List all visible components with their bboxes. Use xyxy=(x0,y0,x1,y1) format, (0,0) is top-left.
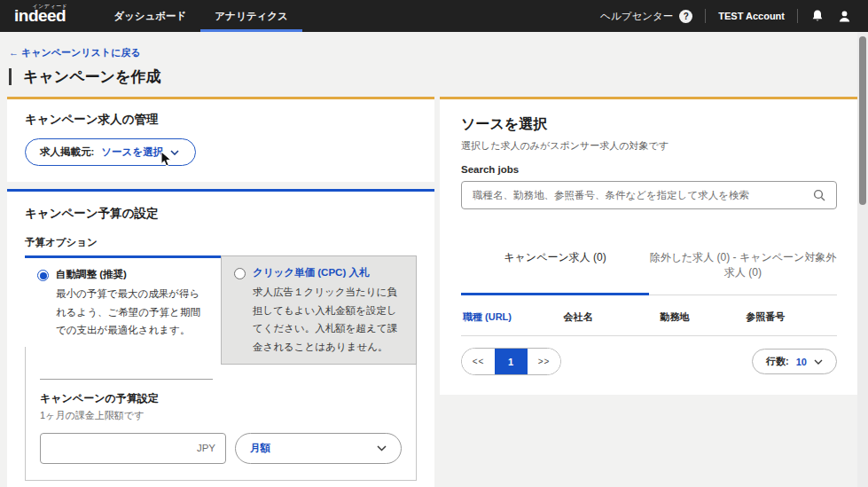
navbar-right: ヘルプセンター ? TEST Account xyxy=(600,0,852,32)
auto-option-title: 自動調整 (推奨) xyxy=(56,268,208,281)
job-search-field xyxy=(461,181,837,209)
chevron-down-icon xyxy=(814,359,823,365)
job-search-input[interactable] xyxy=(473,190,813,200)
page-content: ← キャンペーンリストに戻る キャンペーンを作成 キャンペーン求人の管理 求人掲… xyxy=(0,32,868,487)
table-footer: << 1 >> 行数: 10 xyxy=(461,348,837,375)
tab-excluded-jobs[interactable]: 除外した求人 (0) - キャンペーン対象外求人 (0) xyxy=(649,250,837,295)
pagination-control: << 1 >> xyxy=(461,348,561,375)
column-header-reference: 参照番号 xyxy=(746,310,835,324)
pagination-next-button[interactable]: >> xyxy=(528,349,560,374)
account-menu[interactable]: TEST Account xyxy=(718,11,785,21)
nav-tab-label: アナリティクス xyxy=(215,10,287,23)
campaign-jobs-management-card: キャンペーン求人の管理 求人掲載元: ソースを選択 xyxy=(7,97,434,182)
campaign-budget-card: キャンペーン予算の設定 予算オプション 自動調整 (推奨) 最小の予算で最大の成… xyxy=(7,189,434,487)
back-link-label: キャンペーンリストに戻る xyxy=(21,47,141,58)
tab-label: キャンペーン求人 (0) xyxy=(504,251,606,263)
pagination-current-page[interactable]: 1 xyxy=(495,349,528,374)
budget-setting-desc: 1ヶ月の課金上限額です xyxy=(40,409,402,422)
help-question-icon: ? xyxy=(679,10,692,23)
top-navbar: インディード indeed ダッシュボード アナリティクス ヘルプセンター ? … xyxy=(0,0,868,32)
manage-card-title: キャンペーン求人の管理 xyxy=(25,112,417,128)
nav-tab-label: ダッシュボード xyxy=(113,10,186,23)
source-card-title: ソースを選択 xyxy=(461,115,837,134)
source-select-card: ソースを選択 選択した求人のみがスポンサー求人の対象です Search jobs… xyxy=(440,97,858,395)
help-center-label: ヘルプセンター xyxy=(600,10,673,23)
nav-tab-analytics[interactable]: アナリティクス xyxy=(200,0,301,32)
period-selected-value: 月額 xyxy=(250,442,270,455)
budget-setting-title: キャンペーンの予算設定 xyxy=(40,391,402,406)
tab-label: 除外した求人 (0) - キャンペーン対象外求人 (0) xyxy=(650,251,837,279)
column-header-company: 会社名 xyxy=(563,310,660,324)
radio-selected-icon[interactable] xyxy=(37,270,49,281)
budget-options-label: 予算オプション xyxy=(25,236,417,249)
nav-divider xyxy=(797,9,798,23)
chevron-down-icon xyxy=(377,445,387,452)
jobs-table-header: 職種 (URL) 会社名 勤務地 参照番号 xyxy=(461,310,837,324)
source-button-value: ソースを選択 xyxy=(101,145,163,159)
page-title: キャンペーンを作成 xyxy=(9,68,857,85)
budget-options-group: 自動調整 (推奨) 最小の予算で最大の成果が得られるよう、ご希望の予算と期間での… xyxy=(25,255,417,481)
job-list-tabs: キャンペーン求人 (0) 除外した求人 (0) - キャンペーン対象外求人 (0… xyxy=(461,250,837,295)
rows-per-page-select[interactable]: 行数: 10 xyxy=(752,349,837,374)
nav-divider xyxy=(705,9,706,23)
rows-label: 行数: xyxy=(766,355,789,368)
budget-card-title: キャンペーン予算の設定 xyxy=(25,206,417,222)
radio-unselected-icon[interactable] xyxy=(234,268,246,279)
logo-kana-text: インディード xyxy=(33,3,68,11)
source-card-subtitle: 選択した求人のみがスポンサー求人の対象です xyxy=(461,139,837,153)
budget-option-cpc[interactable]: クリック単価 (CPC) 入札 求人広告１クリック当たりに負担してもよい入札金額… xyxy=(221,255,417,365)
scrollbar-thumb[interactable] xyxy=(859,36,866,205)
budget-amount-input[interactable] xyxy=(51,442,197,454)
cpc-option-desc: 求人広告１クリック当たりに負担してもよい入札金額を設定してください。入札額を超え… xyxy=(253,283,403,357)
divider xyxy=(461,335,837,336)
budget-period-select[interactable]: 月額 xyxy=(235,433,402,464)
search-jobs-label: Search jobs xyxy=(461,164,837,175)
user-profile-icon[interactable] xyxy=(837,9,852,24)
currency-suffix: JPY xyxy=(197,443,215,453)
source-button-prefix: 求人掲載元: xyxy=(40,145,94,159)
budget-amount-field: JPY xyxy=(40,433,226,464)
back-arrow-icon: ← xyxy=(9,47,19,58)
auto-option-desc: 最小の予算で最大の成果が得られるよう、ご希望の予算と期間での支出が最適化されます… xyxy=(56,285,208,340)
rows-value: 10 xyxy=(796,357,807,367)
notifications-bell-icon[interactable] xyxy=(810,9,825,23)
back-to-campaign-list-link[interactable]: ← キャンペーンリストに戻る xyxy=(9,46,141,59)
mouse-cursor-icon xyxy=(160,151,172,167)
help-center-link[interactable]: ヘルプセンター ? xyxy=(600,10,692,23)
pagination-prev-button[interactable]: << xyxy=(462,349,495,374)
budget-option-auto[interactable]: 自動調整 (推奨) 最小の予算で最大の成果が得られるよう、ご希望の予算と期間での… xyxy=(25,255,221,347)
page-scrollbar[interactable] xyxy=(857,32,868,487)
column-header-job-title-url[interactable]: 職種 (URL) xyxy=(463,310,563,324)
nav-tab-dashboard[interactable]: ダッシュボード xyxy=(99,0,200,32)
job-source-select-button[interactable]: 求人掲載元: ソースを選択 xyxy=(25,138,196,166)
search-icon[interactable] xyxy=(813,189,825,201)
indeed-logo[interactable]: インディード indeed xyxy=(14,0,66,32)
column-header-location: 勤務地 xyxy=(661,310,747,324)
primary-nav: ダッシュボード アナリティクス xyxy=(99,0,302,32)
cpc-option-title: クリック単価 (CPC) 入札 xyxy=(253,266,403,279)
tab-campaign-jobs[interactable]: キャンペーン求人 (0) xyxy=(461,250,649,295)
